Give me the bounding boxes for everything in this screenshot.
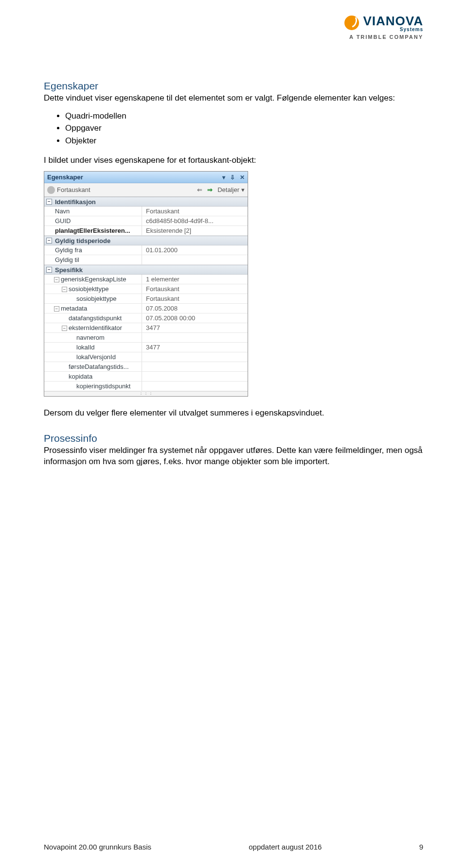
prop-key: Gyldig til — [44, 256, 142, 263]
prop-value: 1 elementer — [142, 275, 248, 284]
property-row[interactable]: datafangstidspunkt07.05.2008 00:00 — [44, 313, 248, 323]
prop-key: lokalId — [44, 344, 142, 351]
prop-value — [142, 362, 248, 371]
property-row[interactable]: sosiobjekttypeFortauskant — [44, 294, 248, 304]
intro-text: Dette vinduet viser egenskapene til det … — [44, 93, 423, 104]
after-text: Dersom du velger flere elementer vil utv… — [44, 408, 423, 418]
prop-key: Navn — [44, 208, 142, 215]
property-row[interactable]: kopieringstidspunkt — [44, 382, 248, 391]
prop-key: sosiobjekttype — [44, 285, 142, 293]
prop-value: 07.05.2008 — [142, 304, 248, 313]
collapse-icon[interactable]: − — [46, 199, 52, 205]
prop-key: planlagtEllerEksisteren... — [44, 227, 142, 234]
logo-sub2: A TRIMBLE COMPANY — [344, 34, 423, 40]
nav-back-icon[interactable]: ⇐ — [197, 186, 202, 193]
property-row[interactable]: sosiobjekttypeFortauskant — [44, 284, 248, 294]
logo-swirl-icon — [344, 16, 359, 30]
list-item: Quadri-modellen — [65, 110, 423, 122]
prop-value: Fortauskant — [142, 207, 248, 216]
brand-logo: VIANOVA Systems A TRIMBLE COMPANY — [344, 14, 423, 40]
properties-panel: Egenskaper ▾ ⇩ ✕ Fortauskant ⇐ ⇒ Detalje… — [44, 171, 248, 397]
group-header-spesifikk[interactable]: − Spesifikk — [44, 265, 248, 275]
prop-key: datafangstidspunkt — [44, 314, 142, 322]
property-row[interactable]: navnerom — [44, 333, 248, 343]
prop-key: navnerom — [44, 334, 142, 341]
prop-key: kopidata — [44, 373, 142, 380]
resize-grip-icon[interactable]: ⋮⋮⋮ — [44, 391, 248, 396]
collapse-icon[interactable]: − — [46, 238, 52, 243]
prop-value: c6d8485f-b08d-4d9f-8... — [142, 216, 248, 226]
prop-value: Eksisterende [2] — [142, 226, 248, 235]
prosessinfo-body: Prosessinfo viser meldinger fra systemet… — [44, 445, 423, 468]
caption-text: I bildet under vises egenskapene for et … — [44, 156, 423, 165]
group-label: Spesifikk — [55, 266, 83, 274]
footer-right: 9 — [419, 843, 423, 851]
property-row[interactable]: Gyldig fra01.01.2000 — [44, 245, 248, 255]
section-egenskaper-title: Egenskaper — [44, 80, 423, 92]
prop-key: førsteDatafangstids... — [44, 363, 142, 370]
footer-center: oppdatert august 2016 — [249, 843, 322, 851]
prop-value: 01.01.2000 — [142, 245, 248, 255]
nav-forward-icon[interactable]: ⇒ — [207, 186, 213, 193]
prop-value — [142, 333, 248, 342]
property-row[interactable]: eksternIdentifikator3477 — [44, 323, 248, 333]
section-prosessinfo-title: Prosessinfo — [44, 433, 423, 444]
object-selector[interactable]: Fortauskant — [47, 186, 90, 194]
prop-key: sosiobjekttype — [44, 295, 142, 302]
prop-value: 3477 — [142, 343, 248, 352]
prop-key: kopieringstidspunkt — [44, 382, 142, 390]
prop-key: GUID — [44, 217, 142, 225]
details-label: Detaljer — [217, 186, 239, 193]
property-row[interactable]: førsteDatafangstids... — [44, 362, 248, 372]
object-label: Fortauskant — [57, 186, 90, 193]
property-row[interactable]: GUIDc6d8485f-b08d-4d9f-8... — [44, 216, 248, 226]
property-row[interactable]: generiskEgenskapListe1 elementer — [44, 275, 248, 284]
bullet-list: Quadri-modellen Oppgaver Objekter — [44, 110, 423, 147]
panel-toolbar: Fortauskant ⇐ ⇒ Detaljer ▾ — [44, 183, 248, 197]
property-row[interactable]: kopidata — [44, 372, 248, 382]
property-row[interactable]: NavnFortauskant — [44, 207, 248, 216]
property-row[interactable]: Gyldig til — [44, 255, 248, 265]
chevron-down-icon: ▾ — [241, 186, 245, 193]
close-icon[interactable]: ✕ — [240, 174, 245, 181]
group-header-identifikasjon[interactable]: − Identifikasjon — [44, 197, 248, 207]
prop-value: 3477 — [142, 323, 248, 332]
group-label: Gyldig tidsperiode — [55, 237, 110, 244]
prop-key: eksternIdentifikator — [44, 324, 142, 331]
dropdown-icon[interactable]: ▾ — [222, 174, 225, 181]
property-row[interactable]: metadata07.05.2008 — [44, 304, 248, 313]
footer-left: Novapoint 20.00 grunnkurs Basis — [44, 843, 151, 851]
property-row[interactable]: lokalId3477 — [44, 343, 248, 352]
panel-titlebar: Egenskaper ▾ ⇩ ✕ — [44, 172, 248, 183]
prop-key: metadata — [44, 305, 142, 312]
prop-value: 07.05.2008 00:00 — [142, 313, 248, 323]
prop-value — [142, 382, 248, 391]
collapse-icon[interactable]: − — [46, 267, 52, 273]
prop-value — [142, 255, 248, 264]
list-item: Objekter — [65, 135, 423, 147]
prop-value — [142, 372, 248, 381]
prop-value — [142, 352, 248, 362]
property-row[interactable]: planlagtEllerEksisteren...Eksisterende [… — [44, 226, 248, 236]
page-footer: Novapoint 20.00 grunnkurs Basis oppdater… — [44, 843, 423, 851]
prop-key: lokalVersjonId — [44, 353, 142, 361]
pin-icon[interactable]: ⇩ — [230, 174, 235, 181]
prop-key: Gyldig fra — [44, 246, 142, 254]
property-row[interactable]: lokalVersjonId — [44, 352, 248, 362]
details-dropdown[interactable]: Detaljer ▾ — [217, 186, 245, 193]
prop-value: Fortauskant — [142, 284, 248, 294]
list-item: Oppgaver — [65, 122, 423, 135]
panel-title-text: Egenskaper — [47, 174, 83, 181]
globe-icon — [47, 186, 55, 194]
prop-value: Fortauskant — [142, 294, 248, 303]
group-label: Identifikasjon — [55, 198, 96, 206]
prop-key: generiskEgenskapListe — [44, 276, 142, 283]
group-header-gyldig[interactable]: − Gyldig tidsperiode — [44, 236, 248, 245]
